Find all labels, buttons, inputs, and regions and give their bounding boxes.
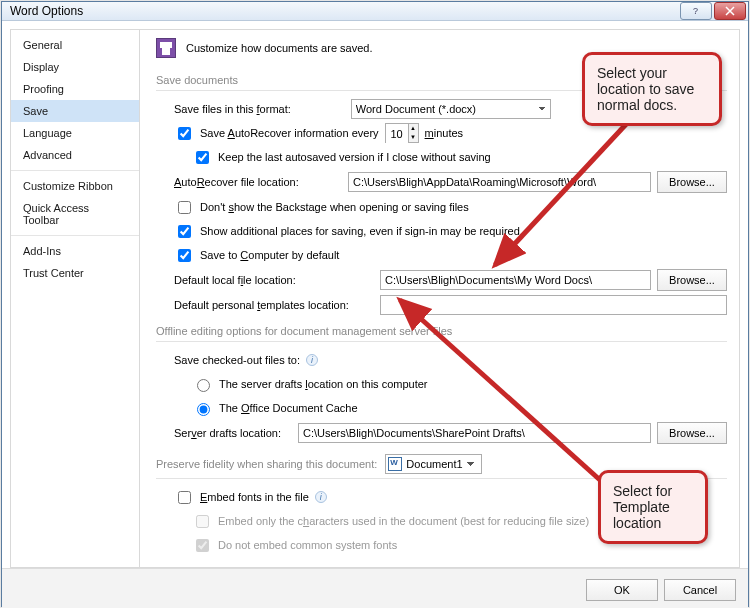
autorecover-location-label: AutoRecover file location:: [174, 176, 342, 188]
sidebar-item-language[interactable]: Language: [11, 122, 139, 144]
server-drafts-location-radio[interactable]: [197, 379, 210, 392]
svg-text:?: ?: [693, 6, 698, 16]
office-document-cache-radio-label: The Office Document Cache: [219, 402, 358, 414]
cancel-button[interactable]: Cancel: [664, 579, 736, 601]
ok-button[interactable]: OK: [586, 579, 658, 601]
autorecover-location-input[interactable]: [348, 172, 651, 192]
default-local-file-location-label: Default local file location:: [174, 274, 374, 286]
do-not-embed-common-fonts-checkbox: [196, 539, 209, 552]
sidebar: General Display Proofing Save Language A…: [10, 29, 140, 568]
embed-fonts-checkbox[interactable]: [178, 491, 191, 504]
callout-template-location: Select for Template location: [598, 470, 708, 544]
info-icon[interactable]: i: [306, 354, 318, 366]
do-not-embed-common-fonts-label: Do not embed common system fonts: [218, 539, 397, 551]
sidebar-item-add-ins[interactable]: Add-Ins: [11, 240, 139, 262]
dialog-footer: OK Cancel: [2, 568, 748, 608]
sidebar-item-display[interactable]: Display: [11, 56, 139, 78]
window-title: Word Options: [10, 4, 678, 18]
office-document-cache-radio[interactable]: [197, 403, 210, 416]
sidebar-item-trust-center[interactable]: Trust Center: [11, 262, 139, 284]
info-icon[interactable]: i: [315, 491, 327, 503]
save-to-computer-checkbox[interactable]: [178, 249, 191, 262]
save-format-combo[interactable]: Word Document (*.docx): [351, 99, 551, 119]
page-subtitle: Customize how documents are saved.: [186, 42, 372, 54]
save-to-computer-label: Save to Computer by default: [200, 249, 339, 261]
autorecover-minutes-input[interactable]: [386, 124, 408, 144]
titlebar: Word Options ?: [2, 2, 748, 21]
server-drafts-location-label: Server drafts location:: [174, 427, 292, 439]
show-additional-places-label: Show additional places for saving, even …: [200, 225, 523, 237]
help-button[interactable]: ?: [680, 2, 712, 20]
embed-fonts-label: Embed fonts in the file: [200, 491, 309, 503]
save-checked-out-label: Save checked-out files to:: [174, 354, 300, 366]
fidelity-document-combo[interactable]: Document1: [385, 454, 482, 474]
dont-show-backstage-label: Don't show the Backstage when opening or…: [200, 201, 469, 213]
sidebar-item-general[interactable]: General: [11, 34, 139, 56]
default-local-file-location-input[interactable]: [380, 270, 651, 290]
minutes-label: minutes: [425, 127, 464, 139]
save-format-label: Save files in this format:: [174, 103, 291, 115]
default-templates-location-input[interactable]: [380, 295, 727, 315]
callout-save-location: Select your location to save normal docs…: [582, 52, 722, 126]
sidebar-item-save[interactable]: Save: [11, 100, 139, 122]
show-additional-places-checkbox[interactable]: [178, 225, 191, 238]
word-document-icon: [388, 457, 402, 471]
browse-autorecover-button[interactable]: Browse...: [657, 171, 727, 193]
autorecover-minutes-spinner[interactable]: ▲▼: [385, 123, 419, 143]
section-offline-editing: Offline editing options for document man…: [156, 321, 727, 342]
autorecover-checkbox[interactable]: [178, 127, 191, 140]
dont-show-backstage-checkbox[interactable]: [178, 201, 191, 214]
embed-only-characters-checkbox: [196, 515, 209, 528]
sidebar-item-quick-access-toolbar[interactable]: Quick Access Toolbar: [11, 197, 139, 231]
sidebar-item-customize-ribbon[interactable]: Customize Ribbon: [11, 175, 139, 197]
keep-last-autosaved-checkbox[interactable]: [196, 151, 209, 164]
server-drafts-location-input[interactable]: [298, 423, 651, 443]
close-button[interactable]: [714, 2, 746, 20]
keep-last-autosaved-label: Keep the last autosaved version if I clo…: [218, 151, 491, 163]
browse-default-local-button[interactable]: Browse...: [657, 269, 727, 291]
sidebar-item-advanced[interactable]: Advanced: [11, 144, 139, 166]
save-icon: [156, 38, 176, 58]
default-templates-location-label: Default personal templates location:: [174, 299, 374, 311]
sidebar-item-proofing[interactable]: Proofing: [11, 78, 139, 100]
autorecover-label: Save AutoRecover information every: [200, 127, 379, 139]
embed-only-characters-label: Embed only the characters used in the do…: [218, 515, 589, 527]
browse-server-drafts-button[interactable]: Browse...: [657, 422, 727, 444]
server-drafts-location-radio-label: The server drafts location on this compu…: [219, 378, 428, 390]
